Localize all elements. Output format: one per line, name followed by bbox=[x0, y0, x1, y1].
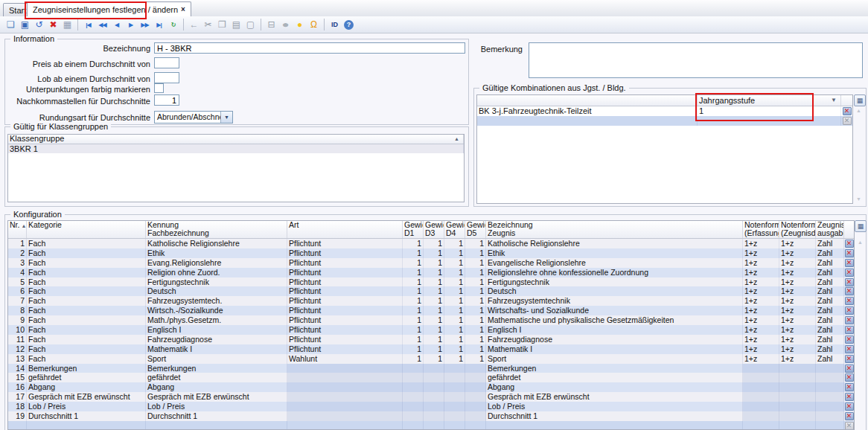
cell-ausgabe[interactable] bbox=[816, 411, 844, 421]
cell-kategorie[interactable]: Gespräch mit EZB erwünscht bbox=[27, 392, 146, 402]
cell-ausgabe[interactable]: Zahl bbox=[816, 315, 844, 325]
cell-d5[interactable]: 1 bbox=[465, 306, 486, 315]
tab-zeugniseinstellungen-close-icon[interactable]: × bbox=[181, 5, 185, 13]
rundungsart-select[interactable]: Abrunden/Abschneiden ▼ bbox=[154, 111, 233, 123]
cell-nr[interactable]: 16 bbox=[8, 382, 27, 392]
cell-jahrgangsstufe[interactable]: 1 bbox=[698, 106, 841, 116]
cell-nf_druck[interactable]: 1+z bbox=[779, 296, 816, 306]
select-icon[interactable]: ▢ bbox=[243, 19, 258, 31]
cell-bezeichnung[interactable]: Fahrzeugsystemtechnik bbox=[486, 296, 743, 306]
delete-row-button[interactable]: ✕ bbox=[845, 393, 854, 401]
cell-kategorie[interactable] bbox=[27, 421, 146, 430]
delete-row-button[interactable]: ✕ bbox=[845, 287, 854, 295]
cell-kennung[interactable]: Religion ohne Zuord. bbox=[146, 268, 287, 277]
cell-art[interactable] bbox=[287, 382, 403, 392]
cell-nr[interactable]: 2 bbox=[8, 248, 27, 258]
cell-d5[interactable]: 1 bbox=[465, 296, 486, 306]
cell-bezeichnung[interactable]: gefährdet bbox=[486, 373, 743, 382]
cell-art[interactable]: Pflichtunt bbox=[287, 239, 403, 248]
cell-nf_erfassung[interactable]: 1+z bbox=[743, 248, 779, 258]
konfiguration-column-header-ausgabe[interactable]: Zeugnis- ausgabe bbox=[816, 221, 844, 238]
cell-d1[interactable] bbox=[403, 364, 424, 373]
cell-nf_erfassung[interactable]: 1+z bbox=[743, 344, 779, 354]
cell-d5[interactable] bbox=[465, 382, 486, 392]
tab-zeugniseinstellungen[interactable]: Zeugniseinstellungen festlegen / ändern … bbox=[27, 1, 191, 16]
delete-row-button[interactable]: ✕ bbox=[845, 402, 854, 411]
cell-art[interactable]: Pflichtunt bbox=[287, 286, 403, 296]
cell-nr[interactable]: 9 bbox=[8, 315, 27, 325]
cell-d3[interactable]: 1 bbox=[424, 296, 444, 306]
cell-d4[interactable] bbox=[444, 364, 465, 373]
konfiguration-column-header-d3[interactable]: Gewicht D3 bbox=[424, 221, 444, 238]
delete-record-icon[interactable]: ✖ bbox=[46, 19, 60, 31]
cell-d3[interactable] bbox=[424, 373, 444, 382]
cell-nr[interactable]: 17 bbox=[8, 392, 27, 402]
cell-nf_erfassung[interactable] bbox=[743, 382, 779, 392]
preview-icon[interactable]: ● bbox=[275, 19, 296, 31]
cell-bezeichnung[interactable]: Abgang bbox=[486, 382, 743, 392]
cut-icon[interactable]: ✂ bbox=[201, 19, 215, 31]
cell-art[interactable] bbox=[287, 411, 403, 421]
cell-bezeichnung[interactable]: Evangelische Religionslehre bbox=[486, 258, 743, 268]
cell-kategorie[interactable]: Abgang bbox=[27, 382, 146, 392]
cell-kategorie[interactable]: Fach bbox=[27, 325, 146, 335]
cell-d3[interactable]: 1 bbox=[424, 286, 444, 296]
cell-kategorie[interactable]: Bemerkungen bbox=[27, 364, 146, 373]
delete-row-button[interactable]: ✕ bbox=[845, 316, 854, 324]
cell-bezeichnung[interactable]: Deutsch bbox=[486, 286, 743, 296]
delete-row-button[interactable]: ✕ bbox=[845, 297, 854, 305]
cell-d4[interactable]: 1 bbox=[444, 296, 465, 306]
konfiguration-column-header-art[interactable]: Art bbox=[287, 221, 403, 238]
cell-nf_druck[interactable]: 1+z bbox=[779, 306, 816, 315]
cell-d1[interactable]: 1 bbox=[403, 239, 424, 248]
prior-record-icon[interactable]: ◀ bbox=[109, 19, 124, 31]
cell-nf_druck[interactable]: 1+z bbox=[779, 315, 816, 325]
cell-kennung[interactable]: Wirtsch.-/Sozialkunde bbox=[146, 306, 287, 315]
konfiguration-column-header-nf_erfassung[interactable]: Notenformat (Erfassung) bbox=[743, 221, 779, 238]
cell-art[interactable] bbox=[287, 402, 403, 411]
delete-row-button[interactable]: ✕ bbox=[845, 345, 854, 353]
cell-art[interactable]: Pflichtunt bbox=[287, 268, 403, 277]
cell-d4[interactable]: 1 bbox=[444, 277, 465, 287]
cell-kategorie[interactable]: Durchschnitt 1 bbox=[27, 411, 146, 421]
cell-ausgabe[interactable] bbox=[816, 373, 844, 382]
last-record-icon[interactable]: ▶| bbox=[152, 19, 166, 31]
cell-d5[interactable]: 1 bbox=[465, 268, 486, 277]
cell-d3[interactable] bbox=[424, 421, 444, 430]
cell-kennung[interactable]: Mathematik I bbox=[146, 344, 287, 354]
cell-d4[interactable]: 1 bbox=[444, 239, 465, 248]
cell-kategorie[interactable]: Fach bbox=[27, 258, 146, 268]
back-arrow-icon[interactable]: ← bbox=[187, 19, 201, 31]
cell-nf_druck[interactable] bbox=[779, 402, 816, 411]
konfiguration-row[interactable]: 8FachWirtsch.-/SozialkundePflichtunt1111… bbox=[8, 306, 854, 315]
konfiguration-row[interactable]: 2FachEthikPflichtunt1111Ethik1+z1+zZahl✕ bbox=[8, 248, 854, 258]
delete-row-button-disabled[interactable]: ✕ bbox=[845, 422, 854, 430]
cell-kategorie[interactable]: Fach bbox=[27, 315, 146, 325]
cell-d4[interactable] bbox=[444, 402, 465, 411]
next-record-icon[interactable]: ▶ bbox=[124, 19, 138, 31]
cell-ausgabe[interactable]: Zahl bbox=[816, 277, 844, 287]
cell-ausgabe[interactable] bbox=[816, 382, 844, 392]
cell-d5[interactable] bbox=[465, 421, 486, 430]
cell-ausgabe[interactable]: Zahl bbox=[816, 296, 844, 306]
klassengruppe-column-header[interactable]: Klassengruppe ▲ bbox=[8, 135, 464, 144]
cell-bezeichnung[interactable]: Religionslehre ohne konfessionelle Zuord… bbox=[486, 268, 743, 277]
cell-ausgabe[interactable]: Zahl bbox=[816, 306, 844, 315]
cell-d1[interactable]: 1 bbox=[403, 286, 424, 296]
cell-kategorie[interactable]: Fach bbox=[27, 306, 146, 315]
cell-nf_erfassung[interactable]: 1+z bbox=[743, 268, 779, 277]
cell-bezeichnung[interactable]: Durchschnitt 1 bbox=[486, 411, 743, 421]
cell-art[interactable]: Pflichtunt bbox=[287, 335, 403, 344]
konfiguration-row[interactable]: 17Gespräch mit EZB erwünschtGespräch mit… bbox=[8, 392, 854, 402]
cell-d5[interactable] bbox=[465, 392, 486, 402]
kombinationen-scrollbar[interactable]: ▲ ▼ bbox=[855, 108, 863, 202]
cell-nr[interactable]: 15 bbox=[8, 373, 27, 382]
konfiguration-column-header-bezeichnung[interactable]: Bezeichnung Zeugnis bbox=[486, 221, 743, 238]
cell-ausgabe[interactable] bbox=[816, 402, 844, 411]
cell-nr[interactable]: 11 bbox=[8, 335, 27, 344]
cell-kennung[interactable]: Fahrzeugdiagnose bbox=[146, 335, 287, 344]
cell-nf_druck[interactable]: 1+z bbox=[779, 248, 816, 258]
cell-d4[interactable]: 1 bbox=[444, 344, 465, 354]
new-record-icon[interactable]: ❏ bbox=[4, 19, 18, 31]
cell-bezeichnung[interactable]: Mathematik I bbox=[486, 344, 743, 354]
